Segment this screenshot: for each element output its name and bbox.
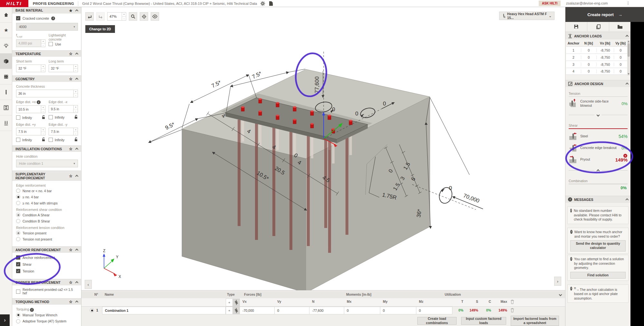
favorite-star-icon[interactable]: ☆ — [69, 147, 72, 151]
favorite-star-icon[interactable]: ★ — [69, 8, 72, 13]
rail-anchor-icon[interactable] — [0, 84, 12, 100]
favorite-star-icon[interactable]: ☆ — [69, 248, 72, 252]
steel-result-row[interactable]: Steel 54% — [569, 132, 628, 141]
radio-edge-none[interactable] — [16, 189, 20, 193]
settings-gear-icon[interactable] — [260, 1, 265, 6]
import-loads-button[interactable]: Import factored loads from a spreadsheet — [511, 316, 559, 326]
infinity-py-checkbox[interactable] — [16, 138, 20, 142]
send-to-quantity-calculator-button[interactable]: Send the design to quantity calculator — [570, 240, 626, 251]
anchor-load-row[interactable]: 10-8,7500 — [566, 46, 627, 54]
expand-tension-divider[interactable] — [569, 114, 628, 116]
radio-edge-stirrups[interactable] — [16, 201, 20, 205]
tension-checkbox[interactable]: ✓ — [16, 269, 20, 273]
radio-tension-not-present[interactable] — [16, 237, 20, 241]
anchor-type-select[interactable]: Heavy Hex Head ASTM F 15... ⌄ — [499, 12, 554, 20]
favorite-star-icon[interactable]: ☆ — [69, 174, 72, 178]
edge-px-input[interactable]: 10.5 in — [16, 105, 41, 113]
hilti-logo[interactable]: HILTI — [0, 0, 28, 7]
radio-condition-a[interactable] — [16, 213, 20, 217]
lightweight-use-checkbox[interactable] — [49, 42, 53, 46]
collapse-shear-divider[interactable] — [569, 169, 628, 172]
lock-open-icon[interactable] — [74, 137, 78, 142]
rail-profiles-icon[interactable] — [0, 100, 12, 115]
blowout-result-row[interactable]: Concrete side-face blowout 0% — [569, 99, 628, 108]
edge-py-input[interactable]: 7.5 in — [16, 128, 41, 135]
kebab-menu-icon[interactable]: ⋮ — [626, 1, 630, 5]
radio-adaptive-torque[interactable] — [16, 319, 20, 323]
radio-tension-present[interactable] — [16, 231, 20, 235]
zoom-to-fit-button[interactable] — [140, 12, 148, 21]
concrete-grade-select[interactable]: 4000▾ — [16, 23, 78, 31]
cracked-concrete-checkbox[interactable]: ✓ — [16, 16, 20, 20]
visibility-eye-button[interactable] — [151, 12, 159, 21]
section-anchor-reinforcement[interactable]: ANCHOR REINFORCEMENT ☆ — [12, 246, 81, 253]
seismic-load-icon[interactable] — [233, 307, 240, 314]
mz-cell[interactable]: 0 — [416, 307, 452, 314]
messages-section-header[interactable]: i MESSAGES — [565, 196, 631, 203]
trash-icon[interactable] — [510, 308, 514, 313]
zoom-level-input[interactable]: 47% — [107, 12, 122, 21]
collapse-chevron-icon[interactable] — [626, 198, 629, 202]
collapse-chevron-icon[interactable] — [75, 148, 79, 151]
redo-button[interactable] — [96, 12, 105, 21]
create-load-combinations-button[interactable]: Create load combinations — [417, 317, 457, 325]
lock-open-icon[interactable] — [42, 115, 45, 120]
favorite-star-icon[interactable]: ☆ — [69, 280, 72, 285]
static-load-icon[interactable]: + — [226, 299, 233, 306]
fc-input[interactable]: 4,000 psi — [16, 39, 41, 47]
undo-button[interactable] — [85, 12, 94, 21]
save-button[interactable] — [565, 22, 587, 31]
ask-hilti-button[interactable]: ASK HILTI — [539, 1, 561, 6]
rail-home-icon[interactable] — [0, 7, 12, 23]
stepper[interactable]: +- — [74, 64, 78, 72]
info-icon[interactable]: i — [51, 16, 55, 20]
long-term-input[interactable]: 32 °F — [49, 64, 74, 72]
rail-base-plate-icon[interactable] — [0, 69, 12, 84]
rail-3d-model-icon[interactable] — [0, 54, 12, 69]
section-installation-conditions[interactable]: INSTALLATION CONDITIONS ☆ — [12, 145, 81, 152]
expand-panel-button[interactable]: › — [0, 314, 10, 326]
fc-stepper[interactable]: +- — [41, 39, 45, 47]
copy-design-button[interactable] — [587, 22, 609, 31]
edge-breakout-result-row[interactable]: Concrete edge breakout 0% — [569, 144, 628, 152]
collapse-chevron-icon[interactable] — [75, 78, 79, 81]
section-corner-reinforcement[interactable]: CORNER REINFORCEMENT ☆ — [12, 279, 81, 285]
pan-left-button[interactable]: ‹ — [85, 280, 92, 289]
stepper[interactable]: +- — [41, 64, 45, 72]
collapse-chevron-icon[interactable] — [75, 281, 79, 284]
corner-reinforcement-checkbox[interactable] — [16, 290, 20, 294]
model-viewport[interactable]: 47% +- Change to 2D Heavy Hex Head ASTM … — [81, 7, 565, 290]
input-custom-loads-button[interactable]: Input custom factored loads — [461, 317, 506, 325]
lock-open-icon[interactable] — [42, 137, 45, 142]
combination-name-cell[interactable]: Combination 1 — [102, 307, 226, 314]
favorite-star-icon[interactable]: ☆ — [69, 300, 72, 304]
vy-cell[interactable]: 0 — [275, 307, 309, 314]
anchor-loads-scrollbar[interactable] — [627, 40, 630, 75]
shear-checkbox[interactable]: ✓ — [16, 262, 20, 266]
favorite-star-icon[interactable]: ☆ — [69, 52, 72, 56]
radio-manual-torque[interactable] — [16, 313, 20, 317]
stepper[interactable]: +- — [74, 128, 78, 135]
vx-cell[interactable]: -70,000 — [240, 307, 275, 314]
edge-nx-input[interactable]: 9.5 in — [49, 105, 74, 113]
radio-condition-b[interactable] — [16, 219, 20, 223]
infinity-ny-checkbox[interactable] — [49, 138, 53, 142]
anchor-load-row[interactable]: 30-8,7500 — [566, 61, 627, 68]
scrollbar-thumb[interactable] — [628, 43, 630, 57]
seismic-load-icon[interactable] — [233, 299, 240, 306]
infinity-px-checkbox[interactable] — [16, 115, 20, 120]
collapse-chevron-icon[interactable] — [75, 175, 79, 178]
stepper[interactable]: +- — [74, 90, 78, 97]
change-to-2d-button[interactable]: Change to 2D — [85, 25, 115, 33]
anchor-load-row[interactable]: 40-8,7500 — [566, 68, 627, 75]
pan-right-button[interactable]: › — [554, 277, 561, 286]
collapse-table-chevron[interactable] — [559, 293, 562, 296]
collapse-chevron-icon[interactable] — [626, 83, 629, 86]
pryout-result-row[interactable]: Pryout 149% — [569, 155, 628, 164]
row-select-radio[interactable] — [90, 308, 94, 312]
stepper[interactable]: +- — [41, 128, 45, 135]
edge-ny-input[interactable]: 7.5 in — [49, 128, 74, 135]
scene-3d[interactable]: 77,600 70,000 7.5* 7.5* 9.5* 10.5* 4 4 4… — [81, 7, 565, 290]
new-document-icon[interactable] — [269, 1, 273, 6]
static-load-icon[interactable]: + — [226, 307, 233, 314]
